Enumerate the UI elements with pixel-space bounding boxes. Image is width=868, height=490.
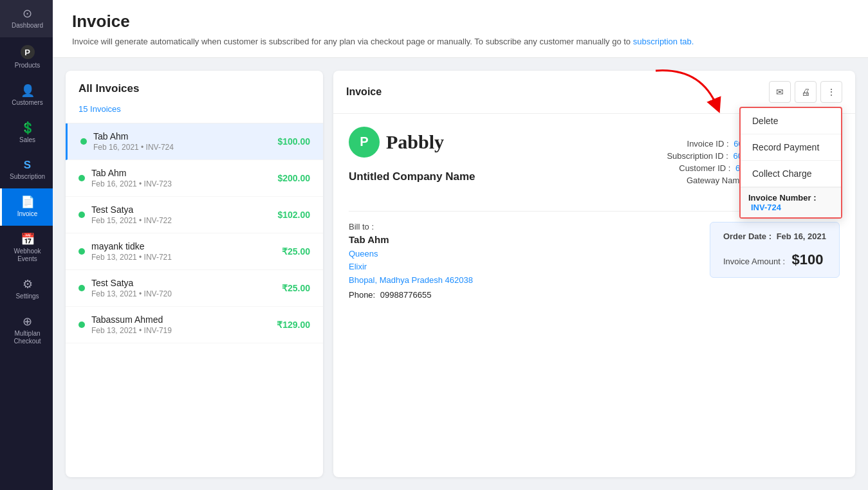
sidebar-item-label: Customers: [12, 99, 42, 107]
customer-name: Tabassum Ahmed: [91, 314, 172, 325]
sidebar-item-label: Products: [15, 62, 40, 69]
invoice-info: Tabassum Ahmed Feb 13, 2021 • INV-719: [91, 314, 172, 335]
customer-name: Tab Ahm: [93, 131, 174, 141]
sidebar-item-dashboard[interactable]: ⊙ Dashboard: [0, 0, 53, 37]
more-button[interactable]: ⋮: [820, 81, 842, 103]
sidebar-item-label: Multiplan Checkout: [5, 330, 50, 345]
page-header: Invoice Invoice will generate automatica…: [53, 0, 868, 58]
order-date: Order Date : Feb 16, 2021: [723, 231, 826, 241]
bill-to-section: Bill to : Tab Ahm Queens Elixir Bhopal, …: [349, 222, 473, 300]
invoice-list-item[interactable]: Tab Ahm Feb 16, 2021 • INV-724 $100.00: [66, 123, 323, 160]
email-icon: ✉: [776, 87, 784, 97]
invoice-detail-title: Invoice: [346, 86, 382, 98]
invoice-info: Tab Ahm Feb 16, 2021 • INV-723: [91, 168, 172, 188]
invoice-number-value: INV-724: [751, 203, 781, 212]
main-area: Invoice Invoice will generate automatica…: [53, 0, 868, 490]
customer-name: Tab Ahm: [91, 168, 172, 178]
sidebar-item-multiplan[interactable]: ⊕ Multiplan Checkout: [0, 308, 53, 353]
customer-name: Test Satya: [91, 278, 172, 288]
pabbly-text: Pabbly: [386, 131, 444, 153]
sidebar-item-subscription[interactable]: S Subscription: [0, 152, 53, 188]
sidebar-item-label: Invoice: [17, 210, 38, 218]
invoice-amount: $102.00: [277, 210, 310, 220]
invoice-amount: ₹25.00: [282, 246, 310, 257]
sidebar-item-settings[interactable]: ⚙ Settings: [0, 271, 53, 308]
dropdown-record-payment[interactable]: Record Payment: [741, 134, 841, 161]
status-dot: [78, 212, 85, 218]
phone-label: Phone:: [349, 290, 375, 300]
order-date-label: Order Date :: [723, 231, 771, 241]
phone-value: 09988776655: [380, 290, 432, 300]
bill-address-line3: Bhopal, Madhya Pradesh 462038: [349, 274, 473, 287]
sales-icon: 💲: [21, 122, 35, 134]
header-actions: ✉ 🖨 ⋮ Delete Record Payment Collect Char…: [769, 81, 842, 103]
sidebar-item-label: Sales: [19, 136, 35, 144]
invoice-amount: ₹129.00: [277, 320, 310, 330]
invoice-amount: $100.00: [277, 136, 310, 147]
customer-name: Test Satya: [91, 204, 172, 215]
invoice-meta-small: Feb 13, 2021 • INV-719: [91, 326, 172, 335]
subscription-id-label: Subscription ID :: [667, 151, 728, 161]
settings-icon: ⚙: [23, 278, 33, 290]
invoice-info: mayank tidke Feb 13, 2021 • INV-721: [91, 241, 172, 262]
bill-section: Bill to : Tab Ahm Queens Elixir Bhopal, …: [349, 211, 840, 300]
sidebar-item-label: Subscription: [10, 173, 45, 181]
pabbly-icon: P: [349, 127, 380, 158]
invoice-meta-small: Feb 13, 2021 • INV-720: [91, 289, 172, 298]
bill-to-name: Tab Ahm: [349, 234, 473, 245]
email-button[interactable]: ✉: [769, 81, 791, 103]
sidebar-item-sales[interactable]: 💲 Sales: [0, 114, 53, 152]
sidebar-item-label: Webhook Events: [5, 248, 50, 263]
invoices-panel-title: All Invoices: [78, 82, 310, 95]
sidebar-item-products[interactable]: P Products: [0, 37, 53, 77]
invoice-meta-small: Feb 13, 2021 • INV-721: [91, 253, 172, 262]
products-icon: P: [21, 45, 35, 59]
invoice-list-item[interactable]: Test Satya Feb 13, 2021 • INV-720 ₹25.00: [66, 270, 323, 307]
sidebar-item-invoice[interactable]: 📄 Invoice: [0, 188, 53, 226]
dropdown-menu: Delete Record Payment Collect Charge Inv…: [739, 107, 842, 219]
status-dot: [78, 322, 85, 328]
print-button[interactable]: 🖨: [795, 81, 817, 103]
more-icon: ⋮: [827, 87, 836, 97]
status-dot: [78, 175, 85, 181]
invoice-list-item[interactable]: Test Satya Feb 15, 2021 • INV-722 $102.0…: [66, 197, 323, 233]
invoices-panel: All Invoices 15 Invoices Tab Ahm Feb 16,…: [66, 71, 323, 478]
logo-section: P Pabbly Untitled Company Name: [349, 127, 475, 194]
invoice-info: Tab Ahm Feb 16, 2021 • INV-724: [93, 131, 174, 152]
page-description: Invoice will generate automatically when…: [72, 35, 849, 48]
content-area: All Invoices 15 Invoices Tab Ahm Feb 16,…: [53, 58, 868, 491]
sidebar-item-label: Settings: [15, 293, 39, 300]
bill-address-line1: Queens: [349, 248, 473, 261]
invoice-amount-label: Invoice Amount :: [723, 257, 785, 266]
invoices-panel-header: All Invoices 15 Invoices: [66, 71, 323, 123]
invoice-detail-header: Invoice ✉ 🖨 ⋮ Delete Record Payment: [333, 71, 855, 114]
invoice-meta-small: Feb 16, 2021 • INV-724: [93, 143, 174, 152]
company-name: Untitled Company Name: [349, 170, 475, 183]
dropdown-collect-charge[interactable]: Collect Charge: [741, 161, 841, 187]
invoice-list-item[interactable]: Tab Ahm Feb 16, 2021 • INV-723 $200.00: [66, 160, 323, 197]
invoice-amount: ₹25.00: [282, 283, 310, 293]
status-dot: [78, 248, 85, 255]
invoice-meta-small: Feb 16, 2021 • INV-723: [91, 179, 172, 188]
order-date-value: Feb 16, 2021: [777, 231, 826, 241]
subscription-tab-link[interactable]: subscription tab.: [633, 37, 694, 46]
invoice-list-item[interactable]: Tabassum Ahmed Feb 13, 2021 • INV-719 ₹1…: [66, 307, 323, 343]
dropdown-delete[interactable]: Delete: [741, 108, 841, 134]
customer-id-label: Customer ID :: [679, 163, 730, 173]
dashboard-icon: ⊙: [23, 8, 32, 19]
gateway-label: Gateway Name:: [687, 176, 746, 185]
print-icon: 🖨: [801, 87, 810, 97]
bill-phone: Phone: 09988776655: [349, 290, 473, 300]
invoice-list-item[interactable]: mayank tidke Feb 13, 2021 • INV-721 ₹25.…: [66, 233, 323, 270]
sidebar-item-label: Dashboard: [12, 22, 43, 30]
dropdown-invoice-number: Invoice Number : INV-724: [741, 187, 841, 217]
subscription-icon: S: [24, 159, 31, 170]
invoice-item-left: Test Satya Feb 13, 2021 • INV-720: [78, 278, 172, 298]
invoice-info: Test Satya Feb 13, 2021 • INV-720: [91, 278, 172, 298]
sidebar-item-webhook[interactable]: 📅 Webhook Events: [0, 226, 53, 271]
invoice-item-left: Tab Ahm Feb 16, 2021 • INV-724: [80, 131, 174, 152]
invoice-meta-small: Feb 15, 2021 • INV-722: [91, 216, 172, 225]
sidebar: ⊙ Dashboard P Products 👤 Customers 💲 Sal…: [0, 0, 53, 490]
sidebar-item-customers[interactable]: 👤 Customers: [0, 77, 53, 114]
pabbly-p-letter: P: [360, 134, 368, 149]
